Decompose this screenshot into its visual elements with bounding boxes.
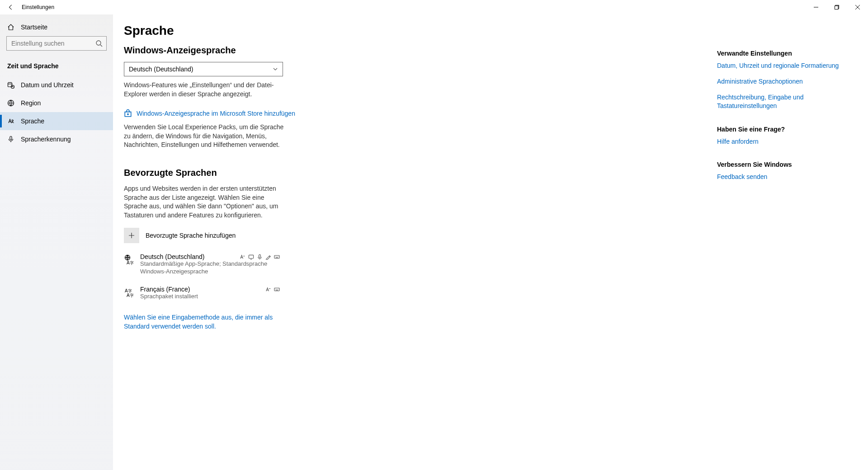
home-icon (7, 24, 14, 31)
sidebar-item-label: Region (21, 99, 41, 107)
language-features (240, 253, 280, 260)
sidebar-home-label: Startseite (21, 24, 47, 31)
handwriting-icon (265, 254, 271, 260)
help-link[interactable]: Hilfe anfordern (717, 137, 845, 146)
sidebar-item-region[interactable]: Region (0, 94, 113, 112)
titlebar: Einstellungen (0, 0, 868, 14)
sidebar-item-speech[interactable]: Spracherkennung (0, 130, 113, 148)
arrow-left-icon (8, 4, 14, 10)
improve-heading: Verbessern Sie Windows (717, 161, 845, 168)
minimize-icon (814, 5, 818, 9)
display-language-value: Deutsch (Deutschland) (129, 66, 193, 73)
maximize-icon (835, 5, 839, 9)
sidebar-item-label: Sprache (21, 118, 44, 125)
sidebar-item-datetime[interactable]: Datum und Uhrzeit (0, 76, 113, 94)
close-icon (855, 5, 860, 9)
store-description: Verwenden Sie Local Experience Packs, um… (124, 123, 287, 150)
sidebar: Startseite Zeit und Sprache Datum und Uh… (0, 14, 113, 470)
close-button[interactable] (847, 0, 868, 14)
chevron-down-icon (273, 66, 278, 72)
sidebar-item-label: Spracherkennung (21, 136, 71, 143)
language-title: Français (France) (140, 286, 265, 293)
language-title: Deutsch (Deutschland) (140, 253, 240, 260)
window-title: Einstellungen (22, 4, 54, 10)
keyboard-icon (274, 254, 280, 260)
svg-text:字: 字 (130, 293, 134, 298)
related-link[interactable]: Administrative Sprachoptionen (717, 77, 845, 86)
svg-rect-6 (10, 136, 12, 140)
svg-text:A: A (127, 260, 130, 265)
svg-rect-1 (835, 6, 839, 9)
add-tile (124, 228, 139, 243)
text-to-speech-icon (240, 254, 245, 260)
globe-icon (7, 99, 14, 107)
store-icon (124, 109, 132, 118)
store-link: Windows-Anzeigesprache im Microsoft Stor… (137, 110, 295, 117)
related-link[interactable]: Rechtschreibung, Eingabe und Tastaturein… (717, 93, 845, 110)
microphone-icon (7, 136, 14, 143)
language-pack-icon: A字 (124, 253, 135, 276)
svg-rect-11 (259, 254, 261, 258)
maximize-button[interactable] (826, 0, 847, 14)
search-input[interactable] (6, 36, 107, 51)
preferred-languages-description: Apps und Websites werden in der ersten u… (124, 184, 287, 220)
language-item[interactable]: A字A字 Français (France) Sprachpaket insta… (124, 286, 280, 301)
language-item[interactable]: A字 Deutsch (Deutschland) (124, 253, 280, 276)
plus-icon (128, 232, 135, 239)
speech-icon (257, 254, 263, 260)
display-language-select[interactable]: Deutsch (Deutschland) (124, 62, 283, 76)
related-settings-heading: Verwandte Einstellungen (717, 50, 845, 57)
content: Sprache Windows-Anzeigesprache Deutsch (… (124, 24, 413, 461)
display-icon (248, 254, 254, 260)
language-subtitle: Sprachpaket installiert (140, 293, 280, 301)
keyboard-icon (274, 287, 280, 292)
svg-text:字: 字 (130, 261, 134, 265)
right-rail: Verwandte Einstellungen Datum, Uhrzeit u… (717, 24, 857, 461)
add-language-button[interactable]: Bevorzugte Sprache hinzufügen (124, 228, 413, 243)
language-subtitle: Standardmäßige App-Sprache; Standardspra… (140, 260, 280, 276)
sidebar-item-label: Datum und Uhrzeit (21, 81, 74, 89)
language-icon (7, 118, 14, 125)
search-field[interactable] (11, 40, 95, 47)
svg-text:A: A (127, 293, 130, 298)
minimize-button[interactable] (806, 0, 826, 14)
svg-point-2 (96, 41, 101, 45)
related-link[interactable]: Datum, Uhrzeit und regionale Formatierun… (717, 61, 845, 70)
question-heading: Haben Sie eine Frage? (717, 126, 845, 133)
language-pack-icon: A字A字 (124, 286, 135, 301)
display-language-description: Windows-Features wie „Einstellungen“ und… (124, 81, 287, 99)
calendar-clock-icon (7, 81, 14, 89)
back-button[interactable] (0, 0, 22, 14)
svg-rect-12 (274, 255, 279, 258)
svg-rect-10 (249, 255, 253, 258)
input-method-link[interactable]: Wählen Sie eine Eingabemethode aus, die … (124, 313, 287, 331)
store-link-row[interactable]: Windows-Anzeigesprache im Microsoft Stor… (124, 109, 413, 118)
text-to-speech-icon (265, 287, 271, 292)
main: Sprache Windows-Anzeigesprache Deutsch (… (113, 14, 868, 470)
add-language-label: Bevorzugte Sprache hinzufügen (146, 232, 236, 239)
display-language-heading: Windows-Anzeigesprache (124, 45, 413, 56)
language-features (265, 286, 280, 293)
page-title: Sprache (124, 24, 413, 38)
search-icon (95, 40, 103, 47)
feedback-link[interactable]: Feedback senden (717, 173, 845, 181)
sidebar-home[interactable]: Startseite (0, 18, 113, 36)
sidebar-item-language[interactable]: Sprache (0, 112, 113, 130)
sidebar-category: Zeit und Sprache (0, 54, 113, 76)
preferred-languages-heading: Bevorzugte Sprachen (124, 168, 413, 178)
svg-rect-17 (274, 288, 279, 291)
